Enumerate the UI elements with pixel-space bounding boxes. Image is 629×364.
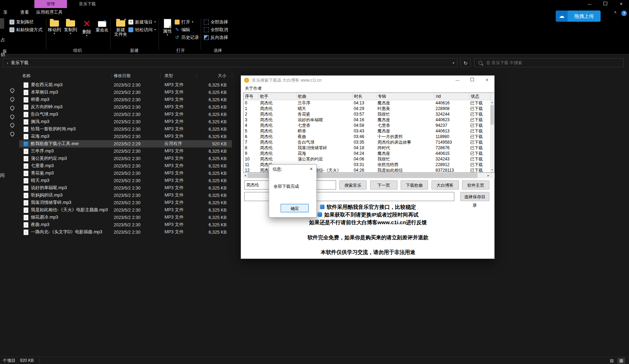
file-row[interactable]: ♪ 我是如此相信-《天火》电影主题曲.mp3 2023/5/2 2:30 MP3…: [19, 206, 232, 214]
file-row[interactable]: ♪ 青花瓷.mp3 2023/5/2 2:30 MP3 文件 6,325 KB: [19, 170, 232, 177]
refresh-button[interactable]: ↻: [460, 58, 471, 67]
drag-upload-button[interactable]: ☁ 拖拽上传: [556, 11, 601, 22]
song-row[interactable]: 3 周杰伦 说好的幸福呢 04:16 魔杰座 440623 已下载: [243, 117, 490, 123]
song-row[interactable]: 8 周杰伦 我落泪情绪零碎 04:18 跨时代 728676 已下载: [243, 145, 490, 151]
col-index[interactable]: 序号: [243, 93, 259, 100]
file-row[interactable]: ♪ 酷我歌曲下载小工具.exe 2023/5/2 2:29 应用程序 920 K…: [19, 140, 232, 147]
close-icon[interactable]: ✕: [613, 0, 629, 8]
app-maximize-icon[interactable]: [465, 76, 480, 85]
file-row[interactable]: ♪ 一路向北-《头文字D》电影插曲.mp3 2023/5/2 2:30 MP3 …: [19, 228, 232, 236]
song-row[interactable]: 9 周杰伦 花海 04:24 魔杰座 440615 已下载: [243, 151, 490, 156]
history-button[interactable]: ↺ 历史记录: [175, 34, 199, 41]
col-album[interactable]: 专辑: [376, 93, 435, 100]
scroll-right-icon[interactable]: ▶: [486, 173, 490, 178]
song-row[interactable]: 0 周杰伦 兰亭序 04:13 魔杰座 440616 已下载: [243, 100, 490, 106]
col-duration[interactable]: 时长: [353, 93, 376, 100]
collapse-ribbon-icon[interactable]: ∧: [614, 10, 617, 14]
address-bar[interactable]: › 音乐下载 ▾: [3, 58, 457, 67]
column-divider[interactable]: [232, 73, 232, 78]
tab-view[interactable]: 查看: [15, 8, 34, 17]
scrollbar-thumb[interactable]: [490, 105, 494, 125]
file-row[interactable]: ♪ 本草纲目.mp3 2023/5/2 2:30 MP3 文件 6,325 KB: [19, 89, 232, 96]
file-row[interactable]: ♪ 花海.mp3 2023/5/2 2:30 MP3 文件 6,325 KB: [19, 133, 232, 140]
file-row[interactable]: ♪ 反方向的钟.mp3 2023/5/2 2:30 MP3 文件 6,325 K…: [19, 103, 232, 111]
file-name: 我落泪情绪零碎.mp3: [31, 200, 114, 206]
file-row[interactable]: ♪ 给我一首歌的时间.mp3 2023/5/2 2:30 MP3 文件 6,32…: [19, 125, 232, 133]
select-all-button[interactable]: 全部选择: [204, 19, 228, 25]
column-divider[interactable]: [196, 73, 197, 78]
select-none-button[interactable]: 全部取消: [204, 27, 228, 33]
vertical-scrollbar[interactable]: ▲ ▼: [490, 100, 494, 172]
song-row[interactable]: 6 周杰伦 夜曲 03:46 十一月的萧邦 118980 已下载: [243, 134, 490, 139]
menu-about-author[interactable]: 关于作者: [245, 86, 262, 91]
column-header-type[interactable]: 类型: [165, 71, 173, 80]
details-view-icon[interactable]: ▤: [608, 358, 616, 364]
homepage-button[interactable]: 软件主页: [462, 180, 489, 190]
search-music-button[interactable]: 搜索音乐: [339, 180, 367, 190]
breadcrumb[interactable]: 音乐下载: [11, 60, 28, 66]
file-row[interactable]: ♪ 说好的幸福呢.mp3 2023/5/2 2:30 MP3 文件 6,325 …: [19, 184, 232, 192]
file-row[interactable]: ♪ 晴天.mp3 2023/5/2 2:30 MP3 文件 6,325 KB: [19, 177, 232, 184]
properties-button[interactable]: ✔ 属性 ▾: [160, 18, 175, 41]
scroll-down-icon[interactable]: ▼: [490, 168, 494, 172]
song-row[interactable]: 7 周杰伦 告白气球 03:35 周杰伦的床边故事 7149583 已下载: [243, 139, 490, 145]
edit-button[interactable]: ✎ 编辑: [175, 27, 190, 33]
help-icon[interactable]: ?: [621, 11, 627, 16]
file-row[interactable]: ♪ 兰亭序.mp3 2023/5/2 2:30 MP3 文件 6,325 KB: [19, 147, 232, 155]
new-folder-button[interactable]: ✦ 新建文件夹: [113, 18, 128, 41]
dialog-close-icon[interactable]: ✕: [306, 165, 316, 174]
rename-button[interactable]: ✎ 重命名: [94, 18, 110, 41]
search-box[interactable]: [474, 58, 624, 67]
next-page-button[interactable]: 下一页: [370, 180, 397, 190]
file-row[interactable]: ♪ 听妈妈的话.mp3 2023/5/2 2:30 MP3 文件 6,325 K…: [19, 192, 232, 199]
song-row[interactable]: 1 周杰伦 晴天 04:29 叶惠美 228908 已下载: [243, 106, 490, 111]
file-row[interactable]: ♪ 夜曲.mp3 2023/5/2 2:30 MP3 文件 6,325 KB: [19, 221, 232, 228]
column-header-size[interactable]: 大小: [196, 71, 226, 80]
column-divider[interactable]: [160, 73, 161, 78]
maximize-icon[interactable]: [597, 0, 613, 8]
file-row[interactable]: ♪ 我落泪情绪零碎.mp3 2023/5/2 2:30 MP3 文件 6,325…: [19, 199, 232, 206]
delete-button[interactable]: ✕ 删除 ▾: [79, 18, 94, 41]
download-song-button[interactable]: 下载歌曲: [401, 180, 428, 190]
file-row[interactable]: ♪ 蒲公英的约定.mp3 2023/5/2 2:30 MP3 文件 6,325 …: [19, 155, 232, 162]
file-row[interactable]: ♪ 搁浅.mp3 2023/5/2 2:30 MP3 文件 6,325 KB: [19, 118, 232, 125]
move-to-button[interactable]: → 移动到 ▾: [46, 18, 62, 41]
file-row[interactable]: ♪ 爱在西元前.mp3 2023/5/2 2:30 MP3 文件 6,325 K…: [19, 81, 232, 89]
app-close-icon[interactable]: ✕: [480, 76, 494, 85]
search-input[interactable]: [486, 60, 613, 66]
minimize-icon[interactable]: —: [582, 0, 597, 8]
song-row[interactable]: 2 周杰伦 青花瓷 03:57 我很忙 324244 已下载: [243, 111, 490, 117]
choose-save-dir-button[interactable]: 选择保存目录: [460, 192, 489, 201]
blog-button[interactable]: 大白博客: [431, 180, 459, 190]
col-rid[interactable]: rid: [435, 93, 469, 100]
dialog-ok-button[interactable]: 确定: [281, 204, 309, 212]
context-tab-manage[interactable]: 管理: [34, 0, 67, 8]
song-row[interactable]: 5 周杰伦 稻香 03:43 魔杰座 440613 已下载: [243, 128, 490, 134]
open-button[interactable]: 打开 ▾: [175, 19, 193, 25]
file-row[interactable]: ♪ 七里香.mp3 2023/5/2 2:30 MP3 文件 6,325 KB: [19, 162, 232, 170]
file-row[interactable]: ♪ 稻香.mp3 2023/5/2 2:30 MP3 文件 6,325 KB: [19, 96, 232, 103]
tab-app-tools[interactable]: 应用程序工具: [35, 8, 64, 17]
file-row[interactable]: ♪ 告白气球.mp3 2023/5/2 2:30 MP3 文件 6,325 KB: [19, 111, 232, 118]
column-divider[interactable]: [112, 73, 112, 78]
app-minimize-icon[interactable]: —: [450, 76, 465, 85]
song-row[interactable]: 10 周杰伦 蒲公英的约定 04:06 我很忙 324243 已下载: [243, 156, 490, 162]
thumbnail-view-icon[interactable]: ▦: [617, 358, 625, 364]
scroll-up-icon[interactable]: ▲: [490, 100, 494, 105]
tab-share-partial[interactable]: 享: [1, 8, 10, 17]
column-header-date[interactable]: 修改日期: [114, 71, 131, 80]
paste-shortcut-button[interactable]: 粘贴快捷方式: [9, 27, 42, 33]
address-dropdown-icon[interactable]: ▾: [453, 61, 454, 65]
easy-access-button[interactable]: 轻松访问 ▾: [128, 27, 156, 33]
column-header-name[interactable]: 名称: [22, 71, 31, 80]
invert-selection-button[interactable]: 反向选择: [204, 34, 228, 41]
file-row[interactable]: ♪ 烟花易冷.mp3 2023/5/2 2:30 MP3 文件 6,325 KB: [19, 214, 232, 221]
new-item-button[interactable]: 新建项目 ▾: [128, 19, 156, 25]
scroll-left-icon[interactable]: ◀: [243, 173, 247, 178]
col-song[interactable]: 歌曲: [296, 93, 353, 100]
copy-to-button[interactable]: → 复制到 ▾: [62, 18, 79, 41]
col-status[interactable]: 状态: [469, 93, 491, 100]
song-row[interactable]: 4 周杰伦 七里香 04:58 七里香 94237 已下载: [243, 123, 490, 128]
col-artist[interactable]: 歌手: [259, 93, 296, 100]
copy-path-button[interactable]: 复制路径: [9, 19, 34, 25]
